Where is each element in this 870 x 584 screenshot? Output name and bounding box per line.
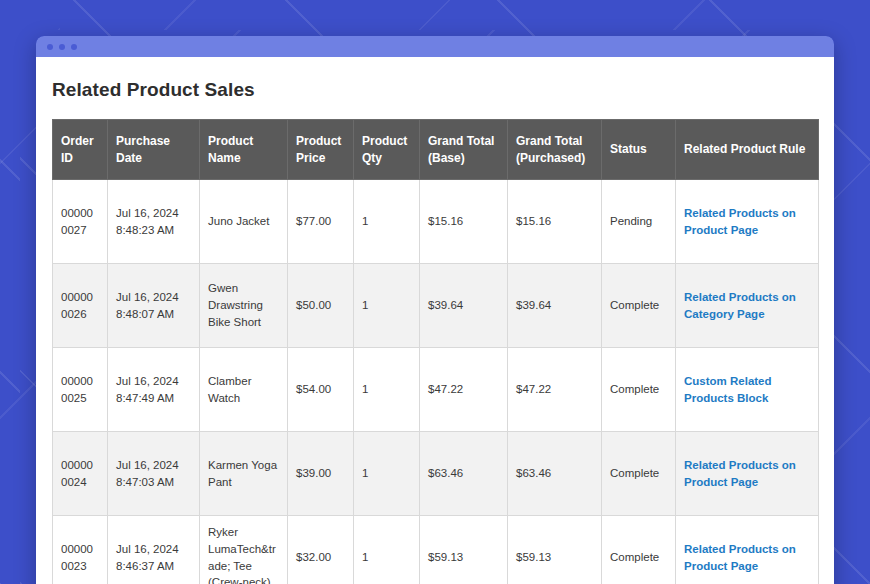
related-rule-link[interactable]: Related Products on Product Page xyxy=(684,543,796,572)
related-rule-link[interactable]: Related Products on Product Page xyxy=(684,207,796,236)
cell-product-name: Ryker LumaTech&trade; Tee (Crew-neck) xyxy=(200,516,288,584)
related-rule-link[interactable]: Custom Related Products Block xyxy=(684,375,772,404)
table-row: 000000024 Jul 16, 2024 8:47:03 AM Karmen… xyxy=(53,432,819,516)
cell-purchase-date: Jul 16, 2024 8:46:37 AM xyxy=(108,516,200,584)
cell-related-product-rule: Custom Related Products Block xyxy=(676,348,819,432)
cell-order-id: 000000023 xyxy=(53,516,108,584)
cell-purchase-date: Jul 16, 2024 8:47:03 AM xyxy=(108,432,200,516)
window-control-dot[interactable] xyxy=(59,44,65,50)
page-title: Related Product Sales xyxy=(52,79,818,101)
cell-product-name: Clamber Watch xyxy=(200,348,288,432)
cell-purchase-date: Jul 16, 2024 8:48:07 AM xyxy=(108,264,200,348)
cell-product-qty: 1 xyxy=(354,516,420,584)
cell-grand-total-purchased: $39.64 xyxy=(508,264,602,348)
window-control-dot[interactable] xyxy=(71,44,77,50)
cell-status: Complete xyxy=(602,432,676,516)
column-header-purchase-date: Purchase Date xyxy=(108,120,200,180)
cell-purchase-date: Jul 16, 2024 8:48:23 AM xyxy=(108,180,200,264)
cell-grand-total-base: $39.64 xyxy=(420,264,508,348)
window-control-dot[interactable] xyxy=(47,44,53,50)
table-header-row: Order ID Purchase Date Product Name Prod… xyxy=(53,120,819,180)
table-row: 000000027 Jul 16, 2024 8:48:23 AM Juno J… xyxy=(53,180,819,264)
cell-product-price: $54.00 xyxy=(288,348,354,432)
window-body: Related Product Sales Order ID Purchase … xyxy=(36,57,834,584)
cell-order-id: 000000024 xyxy=(53,432,108,516)
column-header-product-qty: Product Qty xyxy=(354,120,420,180)
app-window: Related Product Sales Order ID Purchase … xyxy=(36,36,834,584)
cell-product-qty: 1 xyxy=(354,264,420,348)
cell-grand-total-purchased: $15.16 xyxy=(508,180,602,264)
column-header-product-name: Product Name xyxy=(200,120,288,180)
column-header-related-product-rule: Related Product Rule xyxy=(676,120,819,180)
table-row: 000000023 Jul 16, 2024 8:46:37 AM Ryker … xyxy=(53,516,819,584)
cell-product-qty: 1 xyxy=(354,348,420,432)
cell-order-id: 000000027 xyxy=(53,180,108,264)
related-rule-link[interactable]: Related Products on Product Page xyxy=(684,459,796,488)
column-header-grand-total-purchased: Grand Total (Purchased) xyxy=(508,120,602,180)
window-titlebar xyxy=(36,36,834,57)
cell-order-id: 000000025 xyxy=(53,348,108,432)
column-header-status: Status xyxy=(602,120,676,180)
cell-grand-total-base: $63.46 xyxy=(420,432,508,516)
cell-product-name: Gwen Drawstring Bike Short xyxy=(200,264,288,348)
cell-grand-total-purchased: $63.46 xyxy=(508,432,602,516)
cell-related-product-rule: Related Products on Category Page xyxy=(676,264,819,348)
cell-product-name: Juno Jacket xyxy=(200,180,288,264)
column-header-grand-total-base: Grand Total (Base) xyxy=(420,120,508,180)
cell-purchase-date: Jul 16, 2024 8:47:49 AM xyxy=(108,348,200,432)
cell-product-price: $77.00 xyxy=(288,180,354,264)
cell-product-qty: 1 xyxy=(354,432,420,516)
cell-grand-total-base: $15.16 xyxy=(420,180,508,264)
cell-order-id: 000000026 xyxy=(53,264,108,348)
cell-grand-total-purchased: $47.22 xyxy=(508,348,602,432)
table-row: 000000025 Jul 16, 2024 8:47:49 AM Clambe… xyxy=(53,348,819,432)
cell-related-product-rule: Related Products on Product Page xyxy=(676,516,819,584)
cell-status: Complete xyxy=(602,516,676,584)
cell-grand-total-base: $59.13 xyxy=(420,516,508,584)
cell-status: Complete xyxy=(602,264,676,348)
related-product-sales-table: Order ID Purchase Date Product Name Prod… xyxy=(52,119,819,584)
cell-product-qty: 1 xyxy=(354,180,420,264)
cell-status: Complete xyxy=(602,348,676,432)
column-header-product-price: Product Price xyxy=(288,120,354,180)
cell-product-price: $50.00 xyxy=(288,264,354,348)
cell-grand-total-base: $47.22 xyxy=(420,348,508,432)
related-rule-link[interactable]: Related Products on Category Page xyxy=(684,291,796,320)
cell-related-product-rule: Related Products on Product Page xyxy=(676,432,819,516)
cell-status: Pending xyxy=(602,180,676,264)
cell-grand-total-purchased: $59.13 xyxy=(508,516,602,584)
column-header-order-id: Order ID xyxy=(53,120,108,180)
cell-product-price: $39.00 xyxy=(288,432,354,516)
cell-related-product-rule: Related Products on Product Page xyxy=(676,180,819,264)
cell-product-name: Karmen Yoga Pant xyxy=(200,432,288,516)
cell-product-price: $32.00 xyxy=(288,516,354,584)
table-row: 000000026 Jul 16, 2024 8:48:07 AM Gwen D… xyxy=(53,264,819,348)
